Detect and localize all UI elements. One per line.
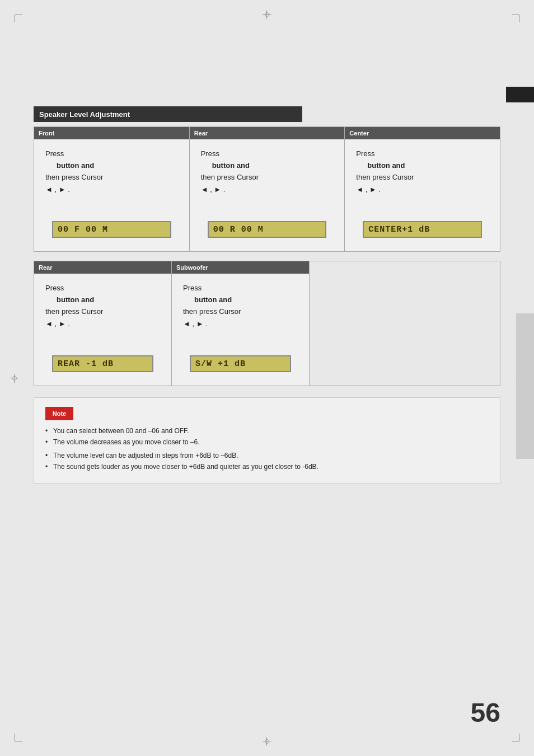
rear-top-lcd: 00 R 00 M xyxy=(208,221,327,238)
empty-col xyxy=(310,261,500,386)
note-bullet-1: You can select between 00 and –06 and OF… xyxy=(45,427,489,435)
section-header-bar: Speaker Level Adjustment xyxy=(34,106,302,122)
rear-top-header-text: Rear xyxy=(194,130,208,137)
subwoofer-lcd: S/W +1 dB xyxy=(190,355,291,372)
crosshair-top xyxy=(263,10,271,19)
rear-bottom-header-text: Rear xyxy=(39,264,52,271)
subwoofer-body: Press button and then press Cursor ◄ , ►… xyxy=(172,274,309,386)
rear-top-header: Rear xyxy=(190,127,345,139)
page-number: 56 xyxy=(471,697,500,728)
subwoofer-press-text: Press button and then press Cursor ◄ , ►… xyxy=(183,283,298,330)
center-header-text: Center xyxy=(349,130,369,137)
rear-bottom-press-text: Press button and then press Cursor ◄ , ►… xyxy=(45,283,160,330)
front-press-text: Press button and then press Cursor ◄ , ►… xyxy=(45,148,178,196)
note-bullet-3: The volume level can be adjusted in step… xyxy=(45,452,489,459)
bottom-section-grid: Rear Press button and then press Cursor … xyxy=(34,261,500,386)
note-section: Note You can select between 00 and –06 a… xyxy=(34,397,500,483)
center-press-text: Press button and then press Cursor ◄ , ►… xyxy=(356,148,489,196)
corner-mark-bl xyxy=(15,734,22,741)
center-lcd: CENTER+1 dB xyxy=(363,221,482,238)
corner-mark-tl xyxy=(15,15,22,22)
top-section-grid: Front Press button and then press Cursor… xyxy=(34,126,500,252)
front-body: Press button and then press Cursor ◄ , ►… xyxy=(34,139,189,251)
crosshair-left xyxy=(10,374,19,383)
note-bullet-2: The volume decreases as you move closer … xyxy=(45,438,489,446)
note-bullet-4: The sound gets louder as you move closer… xyxy=(45,463,489,471)
rear-top-body: Press button and then press Cursor ◄ , ►… xyxy=(190,139,345,251)
note-badge: Note xyxy=(45,407,73,420)
subwoofer-section: Subwoofer Press button and then press Cu… xyxy=(172,261,310,386)
crosshair-bottom xyxy=(263,737,271,746)
front-header-text: Front xyxy=(39,130,54,137)
subwoofer-header-text: Subwoofer xyxy=(176,264,208,271)
rear-bottom-lcd: REAR -1 dB xyxy=(52,355,153,372)
center-header: Center xyxy=(345,127,500,139)
subwoofer-header: Subwoofer xyxy=(172,261,309,274)
center-section: Center Press button and then press Curso… xyxy=(345,127,500,251)
front-header: Front xyxy=(34,127,189,139)
section-title: Speaker Level Adjustment xyxy=(39,110,130,119)
rear-bottom-header: Rear xyxy=(34,261,171,274)
rear-bottom-body: Press button and then press Cursor ◄ , ►… xyxy=(34,274,171,386)
page-tab xyxy=(506,87,534,102)
corner-mark-br xyxy=(512,734,519,741)
rear-top-section: Rear Press button and then press Cursor … xyxy=(190,127,345,251)
right-sidebar xyxy=(516,313,534,459)
front-lcd: 00 F 00 M xyxy=(52,221,171,238)
main-content: Speaker Level Adjustment Front Press but… xyxy=(34,106,500,689)
note-bullets: You can select between 00 and –06 and OF… xyxy=(45,427,489,471)
front-section: Front Press button and then press Cursor… xyxy=(34,127,190,251)
corner-mark-tr xyxy=(512,15,519,22)
rear-bottom-section: Rear Press button and then press Cursor … xyxy=(34,261,172,386)
rear-top-press-text: Press button and then press Cursor ◄ , ►… xyxy=(201,148,334,196)
center-body: Press button and then press Cursor ◄ , ►… xyxy=(345,139,500,251)
